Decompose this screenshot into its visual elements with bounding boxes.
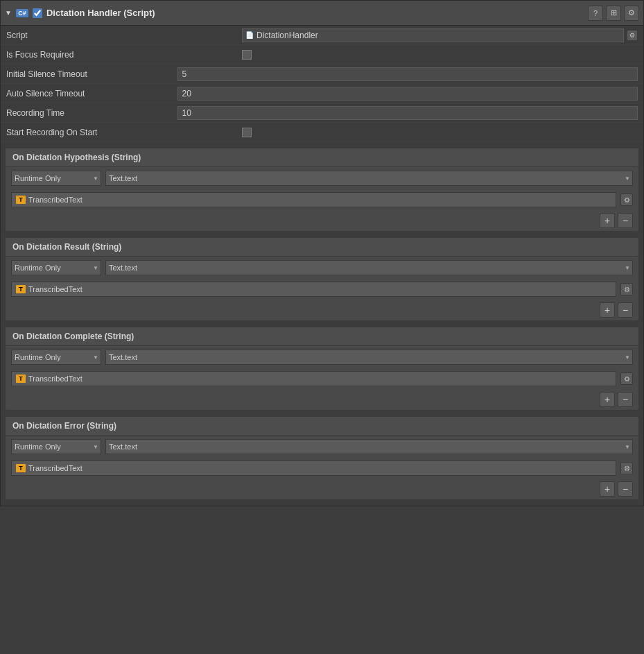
listener-gear-btn-error[interactable]: ⚙ <box>620 462 633 474</box>
script-name: DictationHandler <box>256 31 318 40</box>
is-focus-required-checkbox[interactable] <box>242 50 252 60</box>
listener-object-error: T TranscribedText <box>11 461 616 476</box>
preset-icon-btn[interactable]: ⊞ <box>606 6 621 21</box>
event-header-hypothesis: On Dictation Hypothesis (String) <box>6 148 638 167</box>
listener-object-result: T TranscribedText <box>11 282 616 297</box>
enabled-checkbox[interactable] <box>33 8 42 18</box>
listener-name-result: TranscribedText <box>28 285 82 293</box>
script-label: Script <box>6 31 242 40</box>
event-target-wrapper-error: Text.text ▼ <box>105 439 633 454</box>
event-section-error: On Dictation Error (String) Runtime Only… <box>5 416 639 500</box>
event-section-result: On Dictation Result (String) Runtime Onl… <box>5 237 639 321</box>
event-listener-row-hypothesis: T TranscribedText ⚙ <box>6 189 638 210</box>
initial-silence-timeout-label: Initial Silence Timeout <box>6 69 177 79</box>
script-value-container: 📄 DictationHandler <box>242 28 624 42</box>
listener-t-icon-complete: T <box>16 375 26 383</box>
script-row: Script 📄 DictationHandler ⚙ <box>1 26 643 45</box>
is-focus-required-label: Is Focus Required <box>6 50 242 60</box>
listener-name-complete: TranscribedText <box>28 375 82 383</box>
event-add-remove-error: + − <box>6 479 638 499</box>
event-add-btn-result[interactable]: + <box>600 302 615 318</box>
panel-title: Dictation Handler (Script) <box>46 8 584 18</box>
recording-time-label: Recording Time <box>6 108 177 118</box>
panel-header: ▼ C# Dictation Handler (Script) ? ⊞ ⚙ <box>1 1 643 26</box>
listener-gear-btn-complete[interactable]: ⚙ <box>620 372 633 385</box>
start-recording-label: Start Recording On Start <box>6 128 242 137</box>
event-runtime-select-result[interactable]: Runtime OnlyEditor and Runtime <box>11 260 101 275</box>
listener-t-icon-error: T <box>16 464 26 472</box>
is-focus-required-row: Is Focus Required <box>1 45 643 64</box>
auto-silence-timeout-input[interactable] <box>177 87 638 101</box>
event-target-select-hypothesis[interactable]: Text.text <box>105 171 633 186</box>
listener-t-icon-result: T <box>16 285 26 293</box>
event-add-remove-hypothesis: + − <box>6 210 638 231</box>
event-header-complete: On Dictation Complete (String) <box>6 327 638 346</box>
settings-icon-btn[interactable]: ⚙ <box>624 6 639 21</box>
help-icon-btn[interactable]: ? <box>588 6 603 21</box>
collapse-arrow[interactable]: ▼ <box>5 9 12 17</box>
event-target-select-complete[interactable]: Text.text <box>105 350 633 365</box>
event-remove-btn-result[interactable]: − <box>618 302 633 318</box>
listener-name-error: TranscribedText <box>28 464 82 472</box>
listener-object-complete: T TranscribedText <box>11 371 616 386</box>
event-header-result: On Dictation Result (String) <box>6 238 638 257</box>
event-dropdown-wrapper-hypothesis: Runtime OnlyEditor and Runtime ▼ <box>11 171 101 186</box>
event-add-remove-complete: + − <box>6 389 638 410</box>
event-listener-row-result: T TranscribedText ⚙ <box>6 279 638 300</box>
listener-t-icon-hypothesis: T <box>16 196 26 204</box>
event-dropdown-wrapper-complete: Runtime OnlyEditor and Runtime ▼ <box>11 350 101 365</box>
event-target-wrapper-result: Text.text ▼ <box>105 260 633 275</box>
initial-silence-timeout-row: Initial Silence Timeout <box>1 64 643 84</box>
start-recording-checkbox[interactable] <box>242 128 252 137</box>
event-remove-btn-error[interactable]: − <box>618 481 633 497</box>
event-target-wrapper-complete: Text.text ▼ <box>105 350 633 365</box>
events-container: On Dictation Hypothesis (String) Runtime… <box>1 148 643 500</box>
event-controls-hypothesis: Runtime OnlyEditor and Runtime ▼ Text.te… <box>6 167 638 189</box>
component-panel: ▼ C# Dictation Handler (Script) ? ⊞ ⚙ Sc… <box>0 0 644 506</box>
listener-gear-btn-hypothesis[interactable]: ⚙ <box>620 193 633 206</box>
cs-badge: C# <box>16 9 28 17</box>
event-runtime-select-hypothesis[interactable]: Runtime OnlyEditor and Runtime <box>11 171 101 186</box>
listener-object-hypothesis: T TranscribedText <box>11 192 616 207</box>
event-listener-row-complete: T TranscribedText ⚙ <box>6 368 638 389</box>
event-target-select-error[interactable]: Text.text <box>105 439 633 454</box>
event-add-remove-result: + − <box>6 300 638 320</box>
event-add-btn-error[interactable]: + <box>600 481 615 497</box>
event-dropdown-wrapper-result: Runtime OnlyEditor and Runtime ▼ <box>11 260 101 275</box>
event-add-btn-hypothesis[interactable]: + <box>600 213 615 228</box>
event-dropdown-wrapper-error: Runtime OnlyEditor and Runtime ▼ <box>11 439 101 454</box>
listener-name-hypothesis: TranscribedText <box>28 196 82 204</box>
listener-gear-btn-result[interactable]: ⚙ <box>620 283 633 295</box>
event-controls-complete: Runtime OnlyEditor and Runtime ▼ Text.te… <box>6 346 638 368</box>
start-recording-row: Start Recording On Start <box>1 123 643 142</box>
script-file-icon: 📄 <box>245 31 254 39</box>
script-gear-btn[interactable]: ⚙ <box>627 30 638 41</box>
initial-silence-timeout-input[interactable] <box>177 67 638 81</box>
event-target-wrapper-hypothesis: Text.text ▼ <box>105 171 633 186</box>
recording-time-row: Recording Time <box>1 103 643 123</box>
event-section-hypothesis: On Dictation Hypothesis (String) Runtime… <box>5 148 639 232</box>
event-target-select-result[interactable]: Text.text <box>105 260 633 275</box>
auto-silence-timeout-row: Auto Silence Timeout <box>1 84 643 103</box>
event-controls-error: Runtime OnlyEditor and Runtime ▼ Text.te… <box>6 436 638 458</box>
header-icon-group: ? ⊞ ⚙ <box>588 6 639 21</box>
auto-silence-timeout-label: Auto Silence Timeout <box>6 89 177 98</box>
event-header-error: On Dictation Error (String) <box>6 417 638 436</box>
event-listener-row-error: T TranscribedText ⚙ <box>6 458 638 479</box>
event-remove-btn-complete[interactable]: − <box>618 392 633 407</box>
event-section-complete: On Dictation Complete (String) Runtime O… <box>5 327 639 411</box>
event-remove-btn-hypothesis[interactable]: − <box>618 213 633 228</box>
recording-time-input[interactable] <box>177 106 638 120</box>
event-runtime-select-error[interactable]: Runtime OnlyEditor and Runtime <box>11 439 101 454</box>
event-controls-result: Runtime OnlyEditor and Runtime ▼ Text.te… <box>6 257 638 279</box>
event-runtime-select-complete[interactable]: Runtime OnlyEditor and Runtime <box>11 350 101 365</box>
event-add-btn-complete[interactable]: + <box>600 392 615 407</box>
